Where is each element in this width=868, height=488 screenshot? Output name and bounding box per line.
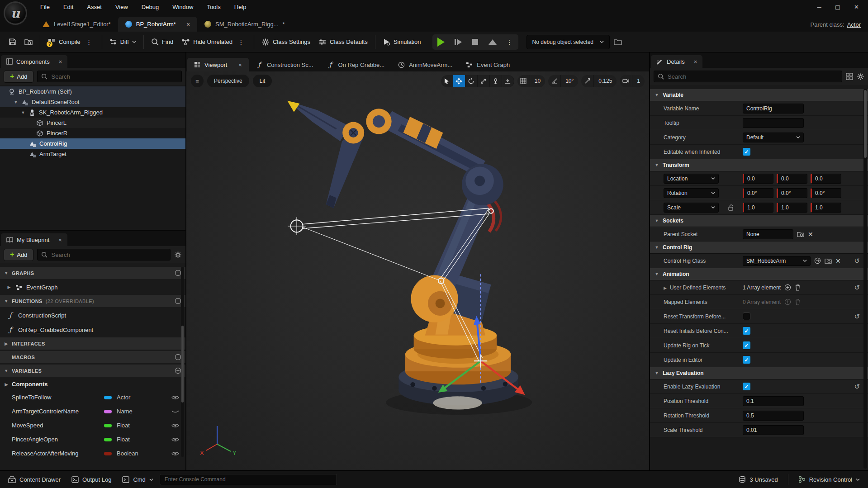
update-rig-checkbox[interactable]: ✓: [743, 341, 750, 349]
tree-row-bp-robotarm[interactable]: BP_RobotArm (Self): [0, 86, 185, 97]
enable-lazy-checkbox[interactable]: ✓: [743, 383, 750, 390]
maximize-icon[interactable]: ▢: [835, 4, 840, 10]
debug-object-dropdown[interactable]: No debug object selected: [526, 35, 610, 49]
simulation-button[interactable]: Simulation: [379, 35, 425, 49]
reset-to-default-icon[interactable]: ↺: [854, 383, 862, 391]
menu-file[interactable]: File: [33, 4, 57, 10]
collapse-arrow-icon[interactable]: ▼: [14, 100, 18, 104]
output-log-button[interactable]: Output Log: [67, 474, 116, 486]
section-header-control-rig[interactable]: ▼Control Rig: [650, 242, 868, 254]
compile-options-icon[interactable]: ⋮: [84, 38, 95, 46]
diff-button[interactable]: Diff: [105, 35, 140, 48]
collapse-arrow-icon[interactable]: ▼: [21, 110, 25, 115]
play-button[interactable]: [432, 34, 450, 50]
reset-to-default-icon[interactable]: ↺: [854, 257, 862, 265]
add-component-button[interactable]: + Add: [4, 71, 33, 83]
tab-animmovearm[interactable]: AnimMoveArm...: [391, 58, 459, 71]
location-x-input[interactable]: 0.0: [743, 174, 773, 184]
reset-to-default-icon[interactable]: ↺: [854, 284, 862, 292]
menu-asset[interactable]: Asset: [80, 4, 109, 10]
tree-row-armtarget[interactable]: ArmTarget: [0, 149, 185, 159]
tab-level-editor[interactable]: Level1Stage1_Editor*: [35, 17, 118, 32]
close-tab-icon[interactable]: ×: [186, 21, 190, 28]
my-blueprint-search[interactable]: [37, 249, 171, 261]
variable-row-armtargetcontrolername[interactable]: ArmTargetControlerName Name: [0, 404, 185, 418]
tab-my-blueprint[interactable]: My Blueprint ×: [1, 233, 67, 246]
scale-y-input[interactable]: 1.0: [777, 203, 807, 213]
tab-bp-robotarm[interactable]: BP_RobotArm* ×: [118, 17, 197, 32]
eye-icon[interactable]: [171, 423, 179, 428]
add-function-icon[interactable]: [175, 298, 181, 304]
details-search-input[interactable]: [668, 73, 838, 80]
position-threshold-input[interactable]: 0.1: [743, 396, 804, 406]
debug-browse-button[interactable]: [610, 35, 626, 49]
revision-control-button[interactable]: Revision Control: [794, 473, 864, 486]
lit-dropdown[interactable]: Lit: [253, 75, 272, 87]
location-y-input[interactable]: 0.0: [777, 174, 807, 184]
reset-transform-checkbox[interactable]: [743, 313, 750, 320]
reset-initials-checkbox[interactable]: ✓: [743, 327, 750, 335]
editable-when-inherited-checkbox[interactable]: ✓: [743, 148, 750, 156]
close-tab-icon[interactable]: ×: [238, 62, 242, 68]
scale-tool-button[interactable]: [478, 75, 490, 87]
menu-tools[interactable]: Tools: [200, 4, 227, 10]
variable-row-movespeed[interactable]: MoveSpeed Float: [0, 418, 185, 432]
scale-z-input[interactable]: 1.0: [811, 203, 841, 213]
minimize-icon[interactable]: ─: [817, 4, 821, 10]
section-functions[interactable]: ▼ FUNCTIONS (22 OVERRIDABLE): [0, 295, 185, 307]
hide-unrelated-button[interactable]: Hide Unrelated ⋮: [177, 35, 251, 49]
3d-viewport[interactable]: ≡ Perspective Lit: [186, 71, 649, 470]
section-macros[interactable]: MACROS: [0, 351, 185, 363]
tab-details[interactable]: Details ×: [651, 55, 702, 68]
tree-row-controlrig[interactable]: ControlRig: [0, 138, 185, 149]
delete-array-button[interactable]: [795, 284, 801, 291]
tooltip-input[interactable]: [743, 118, 804, 128]
browse-asset-button[interactable]: [20, 35, 37, 49]
location-mode-dropdown[interactable]: Location: [664, 174, 719, 184]
menu-help[interactable]: Help: [228, 4, 253, 10]
section-header-variable[interactable]: ▼Variable: [650, 89, 868, 101]
section-header-lazy-evaluation[interactable]: ▼Lazy Evaluation: [650, 367, 868, 379]
my-blueprint-search-input[interactable]: [51, 251, 166, 258]
section-header-animation[interactable]: ▼Animation: [650, 268, 868, 280]
tab-construction-script[interactable]: ƒ Construction Sc...: [249, 58, 320, 71]
add-macro-icon[interactable]: [175, 354, 181, 360]
category-dropdown[interactable]: Default: [743, 133, 804, 142]
frame-skip-button[interactable]: [450, 34, 467, 50]
find-button[interactable]: Find: [147, 35, 177, 49]
close-window-icon[interactable]: ✕: [854, 4, 859, 10]
item-event-graph[interactable]: ▶ EventGraph: [0, 280, 185, 294]
add-graph-icon[interactable]: [175, 270, 181, 276]
item-onrep-grabbedcomponent[interactable]: ƒ OnRep_GrabbedComponent: [0, 323, 185, 336]
unsaved-button[interactable]: 3 Unsaved: [734, 473, 782, 486]
rotation-x-input[interactable]: 0.0°: [743, 188, 773, 198]
menu-view[interactable]: View: [109, 4, 135, 10]
hide-unrelated-options-icon[interactable]: ⋮: [236, 38, 247, 46]
control-rig-class-dropdown[interactable]: SM_RoboticArm: [743, 256, 811, 266]
item-construction-script[interactable]: ƒ ConstructionScript: [0, 308, 185, 322]
menu-edit[interactable]: Edit: [57, 4, 80, 10]
compile-button[interactable]: ? Compile ⋮: [43, 35, 99, 49]
rotate-tool-button[interactable]: [465, 75, 478, 87]
perspective-dropdown[interactable]: Perspective: [207, 75, 249, 87]
rotation-y-input[interactable]: 0.0°: [777, 188, 807, 198]
tree-row-sk-roboticarm[interactable]: ▼ SK_RoboticArm_Rigged: [0, 107, 185, 118]
move-tool-button[interactable]: [453, 75, 465, 87]
reset-to-default-icon[interactable]: ↺: [854, 313, 862, 321]
eye-icon[interactable]: [171, 395, 179, 400]
eject-button[interactable]: [484, 34, 501, 50]
section-interfaces[interactable]: ▶ INTERFACES: [0, 337, 185, 350]
play-options-button[interactable]: ⋮: [501, 34, 518, 50]
details-search[interactable]: [654, 71, 842, 82]
rotation-z-input[interactable]: 0.0°: [811, 188, 841, 198]
socket-browse-button[interactable]: [797, 231, 804, 237]
section-header-sockets[interactable]: ▼Sockets: [650, 215, 868, 227]
rotation-mode-dropdown[interactable]: Rotation: [664, 188, 719, 198]
tab-on-rep-grabbed[interactable]: ƒ On Rep Grabbe...: [320, 58, 392, 71]
tab-sm-roboticarm[interactable]: SM_RoboticArm_Rigg... *: [197, 17, 292, 32]
console-command-input[interactable]: [160, 474, 337, 485]
parent-socket-input[interactable]: None: [743, 229, 793, 239]
details-settings-gear-icon[interactable]: [857, 73, 864, 81]
variable-row-releaseactoraftermoving[interactable]: ReleaseActorAfterMoving Boolean: [0, 446, 185, 460]
parent-class-link[interactable]: Actor: [847, 21, 861, 28]
